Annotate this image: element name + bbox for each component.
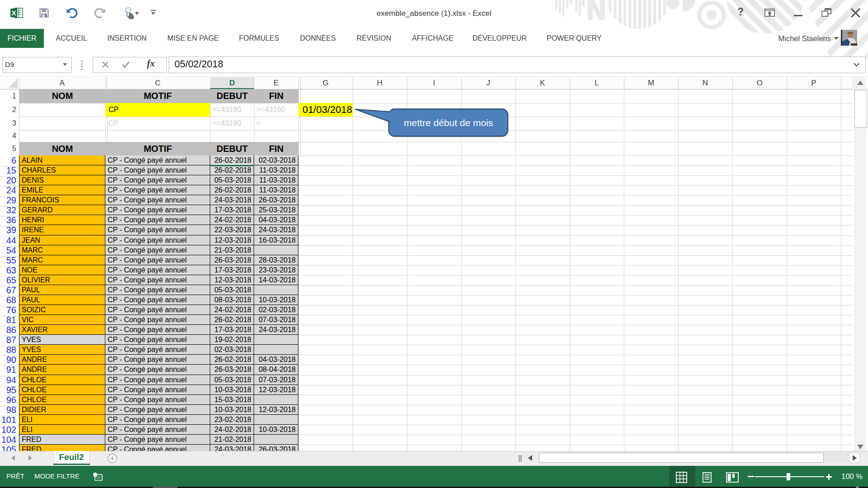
- svg-text:mettre début de mois: mettre début de mois: [404, 117, 493, 128]
- svg-text:X: X: [11, 9, 16, 17]
